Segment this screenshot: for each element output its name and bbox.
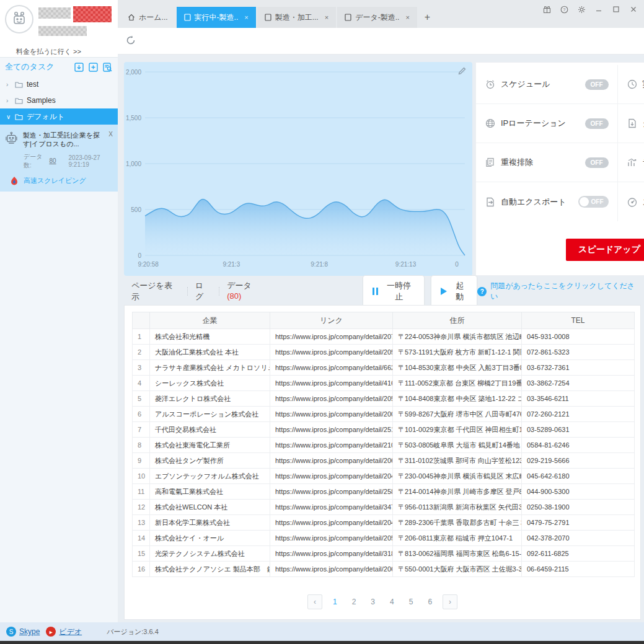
page-6[interactable]: 6 <box>423 595 436 609</box>
sidebar-folder-デフォルト[interactable]: ∨デフォルト <box>0 108 118 125</box>
cell-TEL: 029-219-5666 <box>522 453 635 469</box>
table-row[interactable]: 13新日本化学工業株式会社https://www.ipros.jp/compan… <box>133 515 635 531</box>
page-3[interactable]: 3 <box>366 595 379 609</box>
stat-value[interactable]: OFF <box>585 118 609 129</box>
table-row[interactable]: 12株式会社WELCON 本社https://www.ipros.jp/comp… <box>133 500 635 515</box>
row-index: 1 <box>133 329 150 345</box>
svg-text:9:20:58: 9:20:58 <box>138 261 159 268</box>
help-link[interactable]: ? 問題があったらここをクリックしてください <box>477 281 641 302</box>
tab-2[interactable]: 製造・加工...× <box>257 7 336 28</box>
stat-alarm: スケジュールOFF <box>476 65 617 104</box>
task-title: 製造・加工受託|企業を探す|イプロスもの... <box>23 131 104 149</box>
page-2[interactable]: 2 <box>348 595 361 609</box>
prev-page-button[interactable]: ‹ <box>307 594 322 609</box>
stat-label: 自動エクスポート <box>501 196 567 208</box>
export-toggle[interactable]: OFF <box>578 196 609 208</box>
tab-3[interactable]: データ-製造..× <box>337 7 417 28</box>
table-row[interactable]: 2大阪油化工業株式会社 本社https://www.ipros.jp/compa… <box>133 345 635 360</box>
folder-icon <box>15 113 23 120</box>
add-task-icon[interactable] <box>88 62 99 73</box>
table-row[interactable]: 5菱洋エレクトロ株式会社https://www.ipros.jp/company… <box>133 391 635 407</box>
svg-text:0: 0 <box>455 261 459 268</box>
cell-住所: 〒311-0102茨城県 那珂市 向山字笠松1230-2 <box>393 453 522 469</box>
edit-pencil-icon[interactable] <box>457 67 466 76</box>
view-tab-1[interactable]: ログ <box>188 275 219 308</box>
tab-label: ホーム... <box>139 12 168 23</box>
octoparse-app: 料金を払うに行く >> ホーム...実行中-製造..×製造・加工...×データ-… <box>0 0 644 644</box>
table-row[interactable]: 9株式会社タンゲ製作所https://www.ipros.jp/company/… <box>133 453 635 469</box>
tab-close-icon[interactable]: × <box>325 14 329 21</box>
import-task-icon[interactable] <box>74 62 84 73</box>
pay-link[interactable]: 料金を払うに行く >> <box>16 47 81 56</box>
folder-icon <box>15 81 23 88</box>
row-index: 5 <box>133 391 150 407</box>
table-row[interactable]: 16株式会社テクノアソシエ 製品本部 鋲螺推進部https://www.ipro… <box>133 562 635 577</box>
skype-link[interactable]: S Skype <box>6 627 40 637</box>
tab-close-icon[interactable]: × <box>244 14 248 21</box>
cell-TEL: 06-6459-2115 <box>522 562 635 577</box>
folder-list: ›test›Samples∨デフォルト <box>0 76 118 125</box>
stat-value[interactable]: OFF <box>585 79 609 90</box>
tab-1[interactable]: 実行中-製造..× <box>177 7 256 28</box>
column-header-リンク: リンク <box>270 312 393 329</box>
help-icon[interactable]: ? <box>560 5 568 14</box>
stat-data: データ80 <box>617 143 644 182</box>
task-data-count[interactable]: 80 <box>49 157 56 164</box>
next-page-button[interactable]: › <box>443 594 457 609</box>
table-row[interactable]: 7千代田交易株式会社https://www.ipros.jp/company/d… <box>133 422 635 438</box>
svg-text:1,000: 1,000 <box>126 161 141 167</box>
video-link[interactable]: ▸ ビデオ <box>46 627 82 637</box>
table-row[interactable]: 6アルスコーポレーション株式会社https://www.ipros.jp/com… <box>133 407 635 422</box>
cell-リンク: https://www.ipros.jp/company/detail/3472… <box>270 500 393 515</box>
cell-企業: 株式会社東海電化工業所 <box>150 438 270 453</box>
table-row[interactable]: 14株式会社ケイ・オールhttps://www.ipros.jp/company… <box>133 531 635 546</box>
view-tabs: ページを表示ログデータ(80) <box>124 275 273 308</box>
table-row[interactable]: 10エプソンテックフオルム株式会社https://www.ipros.jp/co… <box>133 469 635 484</box>
task-search-icon[interactable] <box>102 62 113 73</box>
view-tab-0[interactable]: ページを表示 <box>124 275 187 308</box>
sidebar-folder-Samples[interactable]: ›Samples <box>0 92 118 108</box>
cell-企業: 株式会社WELCON 本社 <box>150 500 270 515</box>
gift-icon[interactable] <box>542 5 551 14</box>
speed-up-button[interactable]: スピードアップ <box>566 239 644 261</box>
new-tab-button[interactable]: + <box>418 7 436 28</box>
row-index: 6 <box>133 407 150 422</box>
skype-icon: S <box>6 627 16 637</box>
cell-リンク: https://www.ipros.jp/company/detail/2007… <box>270 407 393 422</box>
svg-text:1,500: 1,500 <box>126 115 141 121</box>
sidebar-folder-test[interactable]: ›test <box>0 76 118 92</box>
table-row[interactable]: 4シーレックス株式会社https://www.ipros.jp/company/… <box>133 376 635 391</box>
page-icon <box>345 14 351 21</box>
table-row[interactable]: 15光栄テクノシステム株式会社https://www.ipros.jp/comp… <box>133 546 635 562</box>
maximize-icon[interactable] <box>612 5 620 14</box>
page-4[interactable]: 4 <box>386 595 399 609</box>
tab-close-icon[interactable]: × <box>405 14 409 21</box>
close-icon[interactable] <box>629 5 638 14</box>
tab-home[interactable]: ホーム... <box>120 7 175 28</box>
play-icon <box>441 288 447 295</box>
page-1[interactable]: 1 <box>329 595 342 609</box>
svg-text:?: ? <box>563 7 565 12</box>
page-5[interactable]: 5 <box>405 595 418 609</box>
settings-icon[interactable] <box>577 5 586 14</box>
task-close-icon[interactable]: X <box>108 131 113 149</box>
browser-toolbar <box>118 28 644 55</box>
refresh-icon[interactable] <box>125 35 136 46</box>
sidebar-header: 全てのタスク <box>0 58 118 76</box>
table-row[interactable]: 3ナラサキ産業株式会社 メカトロソリューション部 機能材料課https://ww… <box>133 360 635 376</box>
cell-TEL: 045-931-0008 <box>522 329 635 345</box>
table-row[interactable]: 11高和電氣工業株式会社https://www.ipros.jp/company… <box>133 484 635 500</box>
stat-value[interactable]: OFF <box>585 157 609 168</box>
robot-logo-icon <box>10 10 29 29</box>
pause-button[interactable]: 一時停止 <box>363 275 425 307</box>
table-row[interactable]: 1株式会社和光精機https://www.ipros.jp/company/de… <box>133 329 635 345</box>
task-card[interactable]: 製造・加工受託|企業を探す|イプロスもの... X データ数: 80 2023-… <box>0 125 118 192</box>
svg-text:0: 0 <box>138 252 141 259</box>
cell-住所: 〒104-8530東京都 中央区 入船3丁目3番8号 プライムタワー築... <box>393 360 522 376</box>
folder-label: デフォルト <box>27 112 64 122</box>
minimize-icon[interactable] <box>594 5 603 14</box>
start-button[interactable]: 起動 <box>431 275 477 307</box>
redacted-username <box>38 7 71 19</box>
table-row[interactable]: 8株式会社東海電化工業所https://www.ipros.jp/company… <box>133 438 635 453</box>
view-tab-2[interactable]: データ(80) <box>219 275 273 308</box>
